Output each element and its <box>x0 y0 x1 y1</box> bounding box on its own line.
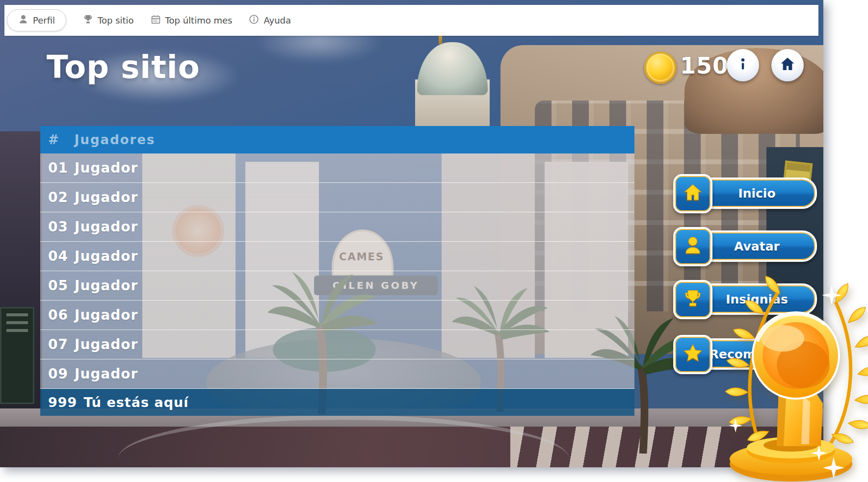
row-player-name: Jugador <box>75 278 138 294</box>
trophy-medal <box>752 311 840 400</box>
page: CAMES OILEN GOBY <box>0 0 868 482</box>
row-rank: 06 <box>48 307 68 323</box>
tab-perfil[interactable]: Perfil <box>7 9 66 31</box>
menu-tile-inicio[interactable] <box>673 174 712 213</box>
table-row[interactable]: 02 Jugador <box>40 183 634 212</box>
table-row[interactable]: 01 Jugador <box>40 153 634 183</box>
trophy-icon <box>83 14 93 26</box>
row-player-name: Jugador <box>75 336 138 353</box>
row-rank: 07 <box>48 336 68 353</box>
table-row[interactable]: 06 Jugador <box>40 301 634 330</box>
tab-label: Ayuda <box>263 15 291 25</box>
row-player-name: Jugador <box>75 189 138 205</box>
row-player-name: Jugador <box>75 219 138 235</box>
table-row[interactable]: 03 Jugador <box>40 212 634 242</box>
rank-column-header: # <box>48 132 60 147</box>
menu-tile-avatar[interactable] <box>673 227 712 266</box>
leaderboard-body: 01 Jugador 02 Jugador 03 Jugador 04 <box>40 153 634 389</box>
home-icon <box>779 56 796 75</box>
menu-button-inicio[interactable]: Inicio <box>697 178 817 209</box>
menu-button-avatar[interactable]: Avatar <box>697 230 817 262</box>
tab-label: Perfil <box>33 15 55 25</box>
row-rank: 09 <box>48 366 68 382</box>
tab-ayuda[interactable]: Ayuda <box>249 14 291 26</box>
table-row[interactable]: 07 Jugador <box>40 330 634 359</box>
top-nav: Perfil Top sitio Top último mes Ayuda <box>4 5 818 36</box>
row-rank: 01 <box>48 160 68 176</box>
players-column-header: Jugadores <box>75 132 156 147</box>
street-sign-board <box>0 307 34 404</box>
tab-top-sitio[interactable]: Top sitio <box>83 14 134 26</box>
you-label: Tú estás aquí <box>83 395 188 410</box>
page-title: Top sitio <box>47 49 200 85</box>
home-icon <box>683 182 703 205</box>
table-row[interactable]: 05 Jugador <box>40 271 634 301</box>
trophy-icon <box>683 289 703 310</box>
info-button[interactable] <box>727 49 759 81</box>
home-button[interactable] <box>771 49 804 81</box>
row-player-name: Jugador <box>75 307 138 323</box>
person-icon <box>18 14 28 26</box>
row-rank: 02 <box>48 189 68 205</box>
menu-label: Avatar <box>734 239 780 254</box>
row-rank: 04 <box>48 248 68 264</box>
tab-label: Top último mes <box>165 15 233 25</box>
tab-label: Top sitio <box>98 15 134 25</box>
info-icon <box>249 14 259 26</box>
leaderboard: # Jugadores 01 Jugador 02 Jugador <box>40 126 634 416</box>
menu-label: Inicio <box>738 186 775 201</box>
game-window: CAMES OILEN GOBY <box>0 0 823 467</box>
info-icon <box>735 56 751 75</box>
star-icon <box>682 343 704 366</box>
person-icon <box>683 235 703 258</box>
you-rank: 999 <box>48 395 77 410</box>
row-player-name: Jugador <box>75 248 138 264</box>
calendar-icon <box>151 14 161 26</box>
coin-icon <box>644 51 677 84</box>
table-row[interactable]: 04 Jugador <box>40 242 634 271</box>
leaderboard-you-row[interactable]: 999 Tú estás aquí <box>40 389 634 416</box>
row-rank: 03 <box>48 219 68 235</box>
leaderboard-header: # Jugadores <box>40 126 634 153</box>
trophy-graphic <box>705 274 868 482</box>
table-row[interactable]: 09 Jugador <box>40 359 634 389</box>
row-player-name: Jugador <box>75 366 138 382</box>
row-player-name: Jugador <box>75 160 138 176</box>
row-rank: 05 <box>48 278 68 294</box>
tab-top-ultimo-mes[interactable]: Top último mes <box>151 14 233 26</box>
